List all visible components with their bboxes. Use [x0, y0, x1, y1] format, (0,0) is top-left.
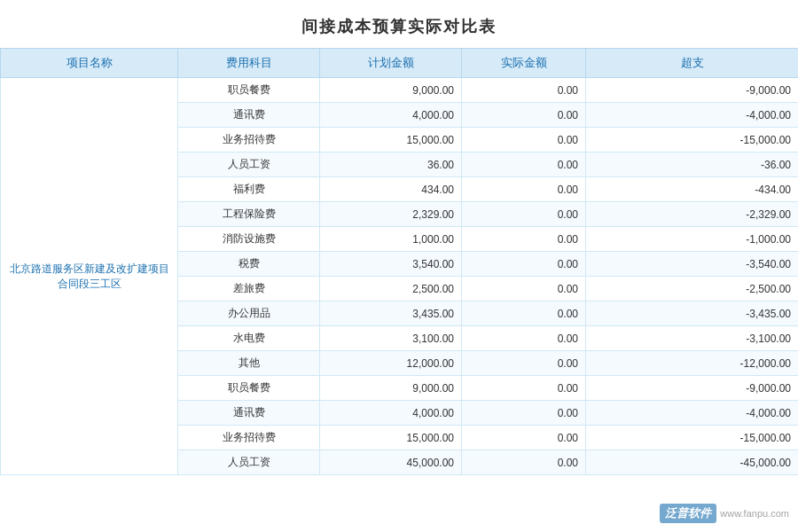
actual-amount-cell: 0.00 — [462, 401, 586, 426]
actual-amount-cell: 0.00 — [462, 252, 586, 277]
actual-amount-cell: 0.00 — [462, 450, 586, 475]
over-amount-cell: -434.00 — [586, 177, 799, 202]
category-cell: 职员餐费 — [178, 78, 320, 103]
category-cell: 通讯费 — [178, 103, 320, 128]
actual-amount-cell: 0.00 — [462, 177, 586, 202]
table-header-row: 项目名称 费用科目 计划金额 实际金额 超支 — [1, 49, 799, 78]
planned-amount-cell: 3,100.00 — [320, 326, 462, 351]
planned-amount-cell: 12,000.00 — [320, 351, 462, 376]
category-cell: 业务招待费 — [178, 128, 320, 153]
over-amount-cell: -12,000.00 — [586, 351, 799, 376]
actual-amount-cell: 0.00 — [462, 128, 586, 153]
watermark-logo: 泛普软件 — [660, 504, 716, 523]
actual-amount-cell: 0.00 — [462, 426, 586, 450]
over-amount-cell: -4,000.00 — [586, 401, 799, 426]
category-cell: 差旅费 — [178, 277, 320, 301]
over-amount-cell: -3,540.00 — [586, 252, 799, 277]
actual-amount-cell: 0.00 — [462, 277, 586, 301]
actual-amount-cell: 0.00 — [462, 78, 586, 103]
header-planned: 计划金额 — [320, 49, 462, 78]
watermark: 泛普软件 www.fanpu.com — [660, 504, 789, 523]
planned-amount-cell: 1,000.00 — [320, 227, 462, 252]
planned-amount-cell: 45,000.00 — [320, 450, 462, 475]
actual-amount-cell: 0.00 — [462, 202, 586, 227]
title-area: 间接成本预算实际对比表 — [0, 0, 798, 48]
category-cell: 其他 — [178, 351, 320, 376]
over-amount-cell: -3,100.00 — [586, 326, 799, 351]
over-amount-cell: -1,000.00 — [586, 227, 799, 252]
planned-amount-cell: 15,000.00 — [320, 426, 462, 450]
category-cell: 通讯费 — [178, 401, 320, 426]
category-cell: 水电费 — [178, 326, 320, 351]
header-over: 超支 — [586, 49, 799, 78]
watermark-url: www.fanpu.com — [720, 508, 789, 519]
category-cell: 业务招待费 — [178, 426, 320, 450]
planned-amount-cell: 9,000.00 — [320, 376, 462, 401]
over-amount-cell: -4,000.00 — [586, 103, 799, 128]
actual-amount-cell: 0.00 — [462, 326, 586, 351]
actual-amount-cell: 0.00 — [462, 301, 586, 326]
header-actual: 实际金额 — [462, 49, 586, 78]
planned-amount-cell: 3,540.00 — [320, 252, 462, 277]
planned-amount-cell: 2,500.00 — [320, 277, 462, 301]
header-category: 费用科目 — [178, 49, 320, 78]
planned-amount-cell: 434.00 — [320, 177, 462, 202]
planned-amount-cell: 2,329.00 — [320, 202, 462, 227]
over-amount-cell: -9,000.00 — [586, 78, 799, 103]
over-amount-cell: -2,500.00 — [586, 277, 799, 301]
over-amount-cell: -15,000.00 — [586, 426, 799, 450]
category-cell: 福利费 — [178, 177, 320, 202]
category-cell: 消防设施费 — [178, 227, 320, 252]
over-amount-cell: -9,000.00 — [586, 376, 799, 401]
page-wrapper: 间接成本预算实际对比表 项目名称 费用科目 计划金额 实际金额 超支 — [0, 0, 798, 532]
actual-amount-cell: 0.00 — [462, 227, 586, 252]
table-row: 北京路道服务区新建及改扩建项目合同段三工区职员餐费9,000.000.00-9,… — [1, 78, 799, 103]
category-cell: 人员工资 — [178, 153, 320, 177]
header-project: 项目名称 — [1, 49, 178, 78]
category-cell: 税费 — [178, 252, 320, 277]
category-cell: 职员餐费 — [178, 376, 320, 401]
over-amount-cell: -3,435.00 — [586, 301, 799, 326]
category-cell: 人员工资 — [178, 450, 320, 475]
over-amount-cell: -45,000.00 — [586, 450, 799, 475]
actual-amount-cell: 0.00 — [462, 153, 586, 177]
planned-amount-cell: 4,000.00 — [320, 401, 462, 426]
actual-amount-cell: 0.00 — [462, 103, 586, 128]
category-cell: 办公用品 — [178, 301, 320, 326]
table-container: 项目名称 费用科目 计划金额 实际金额 超支 北京路道服务区新建及改扩建项目合同… — [0, 48, 798, 475]
planned-amount-cell: 9,000.00 — [320, 78, 462, 103]
actual-amount-cell: 0.00 — [462, 376, 586, 401]
over-amount-cell: -15,000.00 — [586, 128, 799, 153]
over-amount-cell: -36.00 — [586, 153, 799, 177]
planned-amount-cell: 3,435.00 — [320, 301, 462, 326]
project-name-cell[interactable]: 北京路道服务区新建及改扩建项目合同段三工区 — [1, 78, 178, 475]
page-title: 间接成本预算实际对比表 — [301, 18, 497, 35]
planned-amount-cell: 36.00 — [320, 153, 462, 177]
category-cell: 工程保险费 — [178, 202, 320, 227]
planned-amount-cell: 4,000.00 — [320, 103, 462, 128]
planned-amount-cell: 15,000.00 — [320, 128, 462, 153]
main-table: 项目名称 费用科目 计划金额 实际金额 超支 北京路道服务区新建及改扩建项目合同… — [0, 48, 798, 475]
over-amount-cell: -2,329.00 — [586, 202, 799, 227]
actual-amount-cell: 0.00 — [462, 351, 586, 376]
